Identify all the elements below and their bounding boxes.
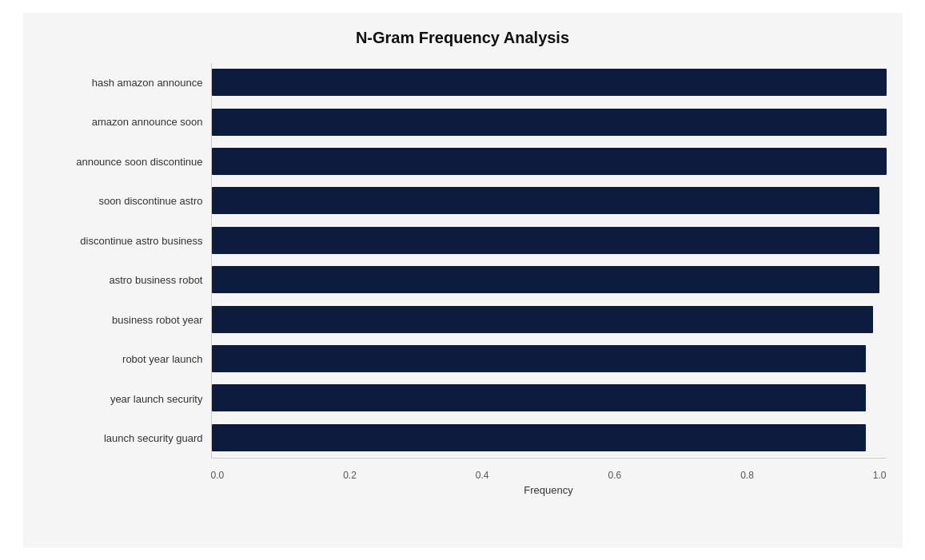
bar (212, 148, 887, 175)
chart-title: N-Gram Frequency Analysis (39, 29, 887, 47)
bar-row (212, 105, 887, 139)
x-tick: 0.4 (476, 470, 489, 481)
bar (212, 306, 873, 333)
bar-row (212, 224, 887, 257)
y-label: astro business robot (109, 274, 202, 286)
bar-row (212, 303, 887, 336)
y-label: robot year launch (122, 353, 202, 365)
y-label: hash amazon announce (92, 77, 203, 89)
y-label: year launch security (110, 393, 203, 405)
y-label: soon discontinue astro (98, 195, 202, 207)
bar (212, 384, 867, 411)
chart-container: N-Gram Frequency Analysis hash amazon an… (23, 13, 903, 548)
bar-row (212, 184, 887, 217)
x-tick: 0.0 (211, 470, 225, 481)
bar (212, 187, 880, 214)
plot-area (211, 63, 887, 459)
bar (212, 424, 867, 451)
bar-row (212, 66, 887, 99)
x-tick: 0.2 (343, 470, 357, 481)
y-label: business robot year (112, 314, 202, 326)
chart-area: hash amazon announceamazon announce soon… (39, 63, 887, 459)
bar (212, 266, 880, 293)
bar (212, 69, 887, 96)
bar (212, 227, 880, 254)
bar-row (212, 342, 887, 375)
y-label: amazon announce soon (92, 116, 203, 128)
x-axis-label: Frequency (211, 484, 887, 496)
bar (212, 109, 887, 136)
bar-row (212, 381, 887, 415)
y-label: launch security guard (104, 432, 203, 444)
y-label: announce soon discontinue (76, 156, 202, 168)
bar-row (212, 421, 887, 455)
y-axis: hash amazon announceamazon announce soon… (39, 63, 211, 459)
x-tick: 1.0 (873, 470, 887, 481)
bar-row (212, 145, 887, 178)
x-axis: 0.00.20.40.60.81.0 (211, 470, 887, 481)
bar-row (212, 263, 887, 296)
x-tick: 0.8 (740, 470, 754, 481)
y-label: discontinue astro business (80, 235, 202, 247)
bar (212, 345, 867, 372)
x-tick: 0.6 (608, 470, 621, 481)
